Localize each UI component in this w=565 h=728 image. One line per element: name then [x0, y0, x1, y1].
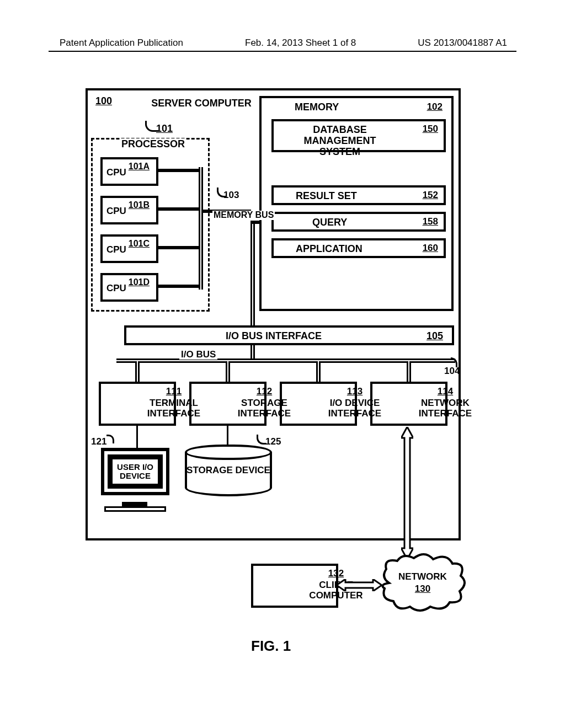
membus-to-mem — [252, 221, 260, 224]
label-network: NETWORK — [378, 571, 467, 582]
label-processor: PROCESSOR — [120, 138, 186, 150]
monitor-stand — [122, 502, 147, 506]
label-application: APPLICATION — [296, 244, 363, 255]
ref-101c: 101C — [129, 239, 150, 249]
arrow-netif-to-network — [401, 427, 413, 559]
label-dbms: DATABASE MANAGEMENT SYSTEM — [290, 125, 390, 157]
ref-130: 130 — [378, 584, 467, 595]
ref-152: 152 — [423, 190, 438, 201]
memory-bus-vertical — [250, 221, 255, 326]
network-interface-box: 114 NETWORK INTERFACE — [370, 382, 447, 426]
ref-114: 114 — [409, 386, 482, 397]
cylinder-top — [185, 445, 272, 460]
label-user-io: USER I/O DEVICE — [113, 463, 158, 480]
membus-to-iobusif-stub — [250, 345, 255, 360]
bus-cpu-b — [156, 207, 200, 211]
client-computer-box: 132 CLIENT COMPUTER — [251, 564, 338, 608]
io-bus-horizontal — [116, 358, 455, 363]
bus-cpu-a — [156, 169, 200, 172]
header-left: Patent Application Publication — [60, 38, 183, 49]
ref-150: 150 — [423, 124, 438, 135]
ref-104: 104 — [444, 366, 460, 376]
io-bus-interface-box: I/O BUS INTERFACE 105 — [124, 325, 454, 345]
label-memory-bus: MEMORY BUS — [212, 211, 275, 220]
cpu-label: CPU — [106, 283, 126, 294]
label-storage-dev: STORAGE DEVICE — [185, 465, 272, 476]
bus-cpu-d — [156, 285, 200, 288]
vbus-stor — [226, 361, 230, 382]
cpu-vertical-bus — [199, 167, 203, 290]
monitor-base — [104, 506, 166, 512]
page-header: Patent Application Publication Feb. 14, … — [0, 38, 565, 49]
ref-132: 132 — [295, 568, 377, 579]
cpu-101c: CPU 101C — [100, 234, 158, 263]
query-box: QUERY 158 — [271, 212, 446, 232]
resultset-box: RESULT SET 152 — [271, 185, 446, 205]
ref-101: 101 — [156, 123, 173, 135]
label-network-if: NETWORK INTERFACE — [409, 398, 482, 419]
header-rule — [49, 51, 516, 52]
label-memory: MEMORY — [295, 101, 339, 113]
cpu-101b: CPU 101B — [100, 196, 158, 224]
diagram-canvas: 100 SERVER COMPUTER 101 PROCESSOR CPU 10… — [86, 88, 461, 607]
user-io-device: USER I/O DEVICE — [98, 446, 174, 512]
storage-interface-box: 112 STORAGE INTERFACE — [189, 382, 266, 426]
ref-160: 160 — [423, 243, 438, 254]
ref-101b: 101B — [129, 200, 150, 210]
cpu-101d: CPU 101D — [100, 273, 158, 302]
ref-105: 105 — [427, 330, 443, 342]
line-term-to-mon — [136, 426, 138, 448]
label-query: QUERY — [312, 217, 347, 228]
vbus-iodev — [316, 361, 321, 382]
cpu-label: CPU — [106, 244, 126, 255]
cpu-label: CPU — [106, 167, 126, 178]
terminal-interface-box: 111 TERMINAL INTERFACE — [99, 382, 176, 426]
cpu-label: CPU — [106, 206, 126, 217]
ref-158: 158 — [423, 216, 438, 227]
label-resultset: RESULT SET — [296, 191, 357, 202]
ref-101d: 101D — [129, 277, 150, 287]
iodevice-interface-box: 113 I/O DEVICE INTERFACE — [280, 382, 357, 426]
dbms-box: DATABASE MANAGEMENT SYSTEM 150 — [271, 119, 446, 152]
ref-101a: 101A — [129, 162, 150, 172]
label-io-bus: I/O BUS — [179, 350, 217, 360]
cpu-101a: CPU 101A — [100, 157, 158, 186]
application-box: APPLICATION 160 — [271, 238, 446, 258]
label-io-bus-if: I/O BUS INTERFACE — [226, 330, 322, 342]
storage-device: STORAGE DEVICE — [185, 445, 272, 504]
label-server-computer: SERVER COMPUTER — [141, 98, 262, 109]
monitor-frame: USER I/O DEVICE — [101, 448, 169, 495]
bus-cpu-c — [156, 246, 200, 249]
memory-box: MEMORY 102 DATABASE MANAGEMENT SYSTEM 15… — [259, 96, 454, 311]
vbus-term — [135, 361, 140, 382]
line-stor-to-cyl — [227, 426, 228, 446]
monitor-screen: USER I/O DEVICE — [108, 454, 163, 489]
arrow-client-to-network — [337, 579, 382, 591]
ref-103: 103 — [223, 190, 239, 200]
header-right: US 2013/0041887 A1 — [418, 38, 507, 49]
header-center: Feb. 14, 2013 Sheet 1 of 8 — [245, 38, 356, 49]
figure-caption: FIG. 1 — [251, 638, 291, 655]
ref-100: 100 — [95, 96, 112, 106]
network-cloud: NETWORK 130 — [378, 553, 467, 613]
ref-102: 102 — [427, 101, 443, 113]
vbus-net — [407, 361, 411, 382]
